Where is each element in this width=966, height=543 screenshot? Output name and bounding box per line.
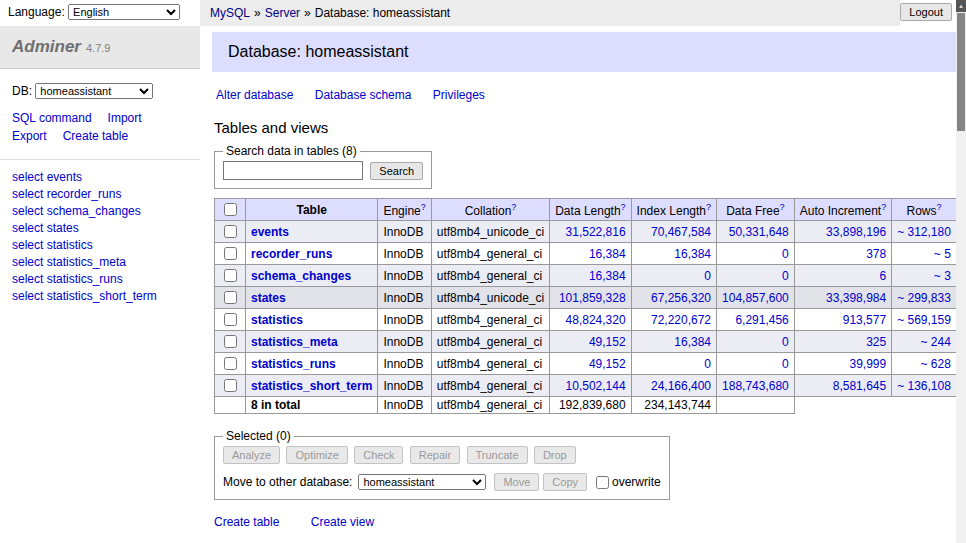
search-legend: Search data in tables (8) (223, 144, 360, 158)
adminer-logo[interactable]: Adminer (12, 37, 81, 56)
scroll-up-arrow-icon[interactable]: ▲ (956, 0, 966, 12)
sidebar-item-select-events[interactable]: select events (12, 170, 188, 184)
help-icon[interactable]: ? (511, 202, 516, 212)
header-collation: Collation? (431, 199, 549, 221)
rows-count-link[interactable]: ~ 312,180 (897, 225, 951, 239)
help-icon[interactable]: ? (780, 202, 785, 212)
language-select[interactable]: English (68, 4, 180, 20)
sidebar-link-create-table[interactable]: Create table (63, 129, 128, 143)
row-checkbox[interactable] (224, 357, 237, 370)
cell-collation: utf8mb4_general_ci (431, 331, 549, 353)
language-bar: Language: English (0, 0, 200, 26)
check-button[interactable]: Check (354, 446, 403, 464)
cell-data-free: 6,291,456 (717, 309, 795, 331)
drop-button[interactable]: Drop (534, 446, 576, 464)
table-link[interactable]: states (251, 291, 286, 305)
row-checkbox[interactable] (224, 313, 237, 326)
help-icon[interactable]: ? (421, 202, 426, 212)
sidebar-item-select-statistics[interactable]: select statistics (12, 238, 188, 252)
total-label: 8 in total (246, 397, 378, 414)
help-icon[interactable]: ? (937, 202, 942, 212)
help-icon[interactable]: ? (881, 202, 886, 212)
table-link[interactable]: events (251, 225, 289, 239)
truncate-button[interactable]: Truncate (467, 446, 528, 464)
table-link[interactable]: statistics (251, 313, 303, 327)
adminer-version: 4.7.9 (86, 42, 110, 54)
table-header-row: Table Engine? Collation? Data Length? In… (215, 199, 966, 221)
table-link[interactable]: statistics_short_term (251, 379, 372, 393)
rows-count-link[interactable]: ~ 3 (934, 269, 951, 283)
sidebar-links: SQL commandImport ExportCreate table (0, 103, 200, 160)
table-row-statistics-runs: statistics_runs InnoDB utf8mb4_general_c… (215, 353, 966, 375)
rows-count-link[interactable]: ~ 628 (921, 357, 951, 371)
language-label: Language: (8, 5, 65, 19)
sidebar-link-import[interactable]: Import (108, 111, 142, 125)
sidebar-link-sql-command[interactable]: SQL command (12, 111, 92, 125)
row-checkbox[interactable] (224, 269, 237, 282)
cell-data-length: 31,522,816 (550, 221, 631, 243)
table-link[interactable]: schema_changes (251, 269, 351, 283)
sidebar-tables-list: select events select recorder_runs selec… (0, 160, 200, 316)
table-link[interactable]: recorder_runs (251, 247, 332, 261)
row-checkbox[interactable] (224, 335, 237, 348)
tables-overview-table: Table Engine? Collation? Data Length? In… (214, 198, 966, 414)
breadcrumb-link-server[interactable]: Server (265, 6, 300, 20)
total-engine: InnoDB (378, 397, 431, 414)
overwrite-checkbox[interactable] (596, 476, 609, 489)
row-checkbox[interactable] (224, 291, 237, 304)
header-rows: Rows? (892, 199, 957, 221)
create-links: Create table Create view (214, 515, 966, 529)
optimize-button[interactable]: Optimize (286, 446, 347, 464)
row-checkbox[interactable] (224, 225, 237, 238)
help-icon[interactable]: ? (621, 202, 626, 212)
privileges-link[interactable]: Privileges (433, 88, 485, 102)
copy-button[interactable]: Copy (543, 473, 587, 491)
select-all-checkbox[interactable] (224, 203, 237, 216)
rows-count-link[interactable]: ~ 299,833 (897, 291, 951, 305)
breadcrumb-link-mysql[interactable]: MySQL (210, 6, 250, 20)
sidebar-item-select-statistics-meta[interactable]: select statistics_meta (12, 255, 188, 269)
database-schema-link[interactable]: Database schema (315, 88, 412, 102)
scrollbar[interactable]: ▲ (956, 0, 966, 543)
create-view-link[interactable]: Create view (311, 515, 374, 529)
search-input[interactable] (223, 161, 363, 180)
scrollbar-thumb[interactable] (957, 13, 965, 131)
sidebar-link-export[interactable]: Export (12, 129, 47, 143)
cell-collation: utf8mb4_general_ci (431, 265, 549, 287)
logout-button[interactable]: Logout (900, 3, 952, 21)
search-button[interactable]: Search (370, 162, 423, 180)
cell-collation: utf8mb4_unicode_ci (431, 221, 549, 243)
cell-collation: utf8mb4_general_ci (431, 375, 549, 397)
tables-and-views-heading: Tables and views (214, 119, 966, 136)
row-checkbox[interactable] (224, 247, 237, 260)
alter-database-link[interactable]: Alter database (216, 88, 293, 102)
help-icon[interactable]: ? (706, 202, 711, 212)
rows-count-link[interactable]: ~ 136,108 (897, 379, 951, 393)
repair-button[interactable]: Repair (410, 446, 460, 464)
table-row-events: events InnoDB utf8mb4_unicode_ci 31,522,… (215, 221, 966, 243)
cell-collation: utf8mb4_general_ci (431, 309, 549, 331)
analyze-button[interactable]: Analyze (223, 446, 280, 464)
sidebar-item-select-states[interactable]: select states (12, 221, 188, 235)
rows-count-link[interactable]: ~ 569,159 (897, 313, 951, 327)
cell-data-free: 188,743,680 (717, 375, 795, 397)
adminer-page: Language: English MySQL»Server»Database:… (0, 0, 966, 543)
sidebar-item-select-statistics-short-term[interactable]: select statistics_short_term (12, 289, 188, 303)
cell-engine: InnoDB (378, 243, 431, 265)
create-table-link[interactable]: Create table (214, 515, 279, 529)
cell-collation: utf8mb4_general_ci (431, 353, 549, 375)
move-db-select[interactable]: homeassistant (358, 474, 486, 490)
cell-index-length: 67,256,320 (631, 287, 716, 309)
sidebar-item-select-statistics-runs[interactable]: select statistics_runs (12, 272, 188, 286)
table-link[interactable]: statistics_runs (251, 357, 336, 371)
rows-count-link[interactable]: ~ 244 (921, 335, 951, 349)
breadcrumb-current: Database: homeassistant (315, 6, 450, 20)
row-checkbox[interactable] (224, 379, 237, 392)
db-select[interactable]: homeassistant (35, 83, 153, 99)
sidebar-item-select-schema-changes[interactable]: select schema_changes (12, 204, 188, 218)
table-total-row: 8 in total InnoDB utf8mb4_general_ci 192… (215, 397, 966, 414)
sidebar-item-select-recorder-runs[interactable]: select recorder_runs (12, 187, 188, 201)
table-link[interactable]: statistics_meta (251, 335, 338, 349)
move-button[interactable]: Move (494, 473, 539, 491)
rows-count-link[interactable]: ~ 5 (934, 247, 951, 261)
